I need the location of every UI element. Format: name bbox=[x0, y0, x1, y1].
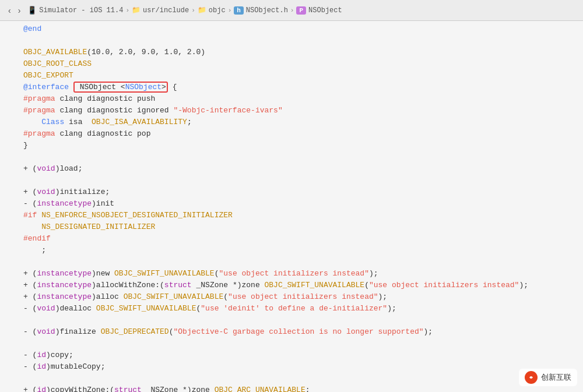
code-line: + (void)initialize; bbox=[0, 186, 583, 198]
breadcrumb-usr[interactable]: 📁 usr/include bbox=[132, 6, 189, 15]
breadcrumb-label-simulator: Simulator - iOS 11.4 bbox=[39, 6, 123, 15]
code-line: #pragma clang diagnostic ignored "-Wobjc… bbox=[0, 105, 583, 116]
line-content: + (void)load; bbox=[19, 163, 583, 175]
line-content: + (instancetype)alloc OBJC_SWIFT_UNAVAIL… bbox=[19, 291, 583, 303]
code-line: #pragma clang diagnostic push bbox=[0, 93, 583, 105]
code-line: Class isa OBJC_ISA_AVAILABILITY; bbox=[0, 116, 583, 128]
line-content: - (void)finalize OBJC_DEPRECATED("Object… bbox=[19, 326, 583, 338]
breadcrumb: 📱 Simulator - iOS 11.4 › 📁 usr/include ›… bbox=[27, 6, 342, 15]
line-content: #pragma clang diagnostic pop bbox=[19, 128, 583, 140]
code-line: #endif bbox=[0, 233, 583, 245]
line-content: NS_DESIGNATED_INITIALIZER bbox=[19, 221, 583, 233]
breadcrumb-sep-4: › bbox=[290, 7, 294, 14]
code-line: + (void)load; bbox=[0, 163, 583, 175]
code-line: - (void)dealloc OBJC_SWIFT_UNAVAILABLE("… bbox=[0, 303, 583, 315]
line-content: + (instancetype)allocWithZone:(struct _N… bbox=[19, 280, 583, 291]
code-line bbox=[0, 373, 583, 384]
breadcrumb-sep-1: › bbox=[125, 7, 129, 14]
line-content: @interface NSObject <NSObject> { bbox=[19, 82, 583, 93]
code-line: ; bbox=[0, 245, 583, 256]
code-line: + (instancetype)alloc OBJC_SWIFT_UNAVAIL… bbox=[0, 291, 583, 303]
interface-line: @interface NSObject <NSObject> { bbox=[0, 82, 583, 93]
code-line bbox=[0, 151, 583, 163]
code-line: + (id)copyWithZone:(struct _NSZone *)zon… bbox=[0, 384, 583, 392]
breadcrumb-sep-2: › bbox=[191, 7, 195, 14]
code-line: @end bbox=[0, 23, 583, 35]
folder-icon-1: 📁 bbox=[132, 6, 141, 15]
forward-button[interactable]: › bbox=[16, 5, 23, 16]
breadcrumb-label-nsobject: NSObject bbox=[308, 6, 342, 15]
nav-arrows: ‹ › bbox=[6, 5, 23, 16]
line-content: ; bbox=[19, 245, 583, 256]
header-file-badge: h bbox=[234, 6, 244, 15]
folder-icon-2: 📁 bbox=[198, 6, 206, 15]
watermark: 创新互联 bbox=[519, 369, 577, 386]
line-content: #pragma clang diagnostic ignored "-Wobjc… bbox=[19, 105, 583, 116]
code-line: - (id)copy; bbox=[0, 349, 583, 361]
code-line: - (instancetype)init bbox=[0, 198, 583, 210]
line-content: Class isa OBJC_ISA_AVAILABILITY; bbox=[19, 116, 583, 128]
back-button[interactable]: ‹ bbox=[6, 5, 13, 16]
line-content: - (void)dealloc OBJC_SWIFT_UNAVAILABLE("… bbox=[19, 303, 583, 315]
line-content: - (instancetype)init bbox=[19, 198, 583, 210]
line-content: OBJC_ROOT_CLASS bbox=[19, 58, 583, 70]
code-line: #if NS_ENFORCE_NSOBJECT_DESIGNATED_INITI… bbox=[0, 210, 583, 221]
line-content: - (id)mutableCopy; bbox=[19, 361, 583, 373]
code-line bbox=[0, 175, 583, 186]
breadcrumb-label-usr: usr/include bbox=[143, 6, 189, 15]
protocol-badge: P bbox=[296, 6, 306, 15]
simulator-icon: 📱 bbox=[27, 6, 37, 15]
breadcrumb-label-nsobjecth: NSObject.h bbox=[246, 6, 288, 15]
code-line: OBJC_ROOT_CLASS bbox=[0, 58, 583, 70]
breadcrumb-objc[interactable]: 📁 objc bbox=[198, 6, 226, 15]
line-content: + (instancetype)new OBJC_SWIFT_UNAVAILAB… bbox=[19, 268, 583, 280]
breadcrumb-label-objc: objc bbox=[209, 6, 226, 15]
code-line: - (id)mutableCopy; bbox=[0, 361, 583, 373]
code-line: OBJC_EXPORT bbox=[0, 70, 583, 82]
line-content: OBJC_EXPORT bbox=[19, 70, 583, 82]
breadcrumb-nsobject[interactable]: P NSObject bbox=[296, 6, 342, 15]
line-content: + (id)copyWithZone:(struct _NSZone *)zon… bbox=[19, 384, 583, 392]
line-content: OBJC_AVAILABLE(10.0, 2.0, 9.0, 1.0, 2.0) bbox=[19, 47, 583, 58]
code-line: + (instancetype)allocWithZone:(struct _N… bbox=[0, 280, 583, 291]
code-line bbox=[0, 315, 583, 326]
nav-bar: ‹ › 📱 Simulator - iOS 11.4 › 📁 usr/inclu… bbox=[0, 0, 583, 21]
line-content: - (id)copy; bbox=[19, 349, 583, 361]
line-content: #pragma clang diagnostic push bbox=[19, 93, 583, 105]
line-content: + (void)initialize; bbox=[19, 186, 583, 198]
code-line: + (instancetype)new OBJC_SWIFT_UNAVAILAB… bbox=[0, 268, 583, 280]
code-line bbox=[0, 338, 583, 349]
breadcrumb-simulator[interactable]: 📱 Simulator - iOS 11.4 bbox=[27, 6, 123, 15]
code-line: OBJC_AVAILABLE(10.0, 2.0, 9.0, 1.0, 2.0) bbox=[0, 47, 583, 58]
line-content: } bbox=[19, 140, 583, 151]
code-line bbox=[0, 35, 583, 47]
watermark-logo bbox=[525, 371, 538, 384]
breadcrumb-nsobject-h[interactable]: h NSObject.h bbox=[234, 6, 288, 15]
code-line: #pragma clang diagnostic pop bbox=[0, 128, 583, 140]
line-content: #if NS_ENFORCE_NSOBJECT_DESIGNATED_INITI… bbox=[19, 210, 583, 221]
code-line: NS_DESIGNATED_INITIALIZER bbox=[0, 221, 583, 233]
code-editor[interactable]: @end OBJC_AVAILABLE(10.0, 2.0, 9.0, 1.0,… bbox=[0, 21, 583, 392]
breadcrumb-sep-3: › bbox=[228, 7, 232, 14]
code-line: } bbox=[0, 140, 583, 151]
line-content: #endif bbox=[19, 233, 583, 245]
code-line bbox=[0, 256, 583, 268]
code-line: - (void)finalize OBJC_DEPRECATED("Object… bbox=[0, 326, 583, 338]
watermark-text: 创新互联 bbox=[541, 372, 571, 383]
line-content: @end bbox=[19, 23, 583, 35]
